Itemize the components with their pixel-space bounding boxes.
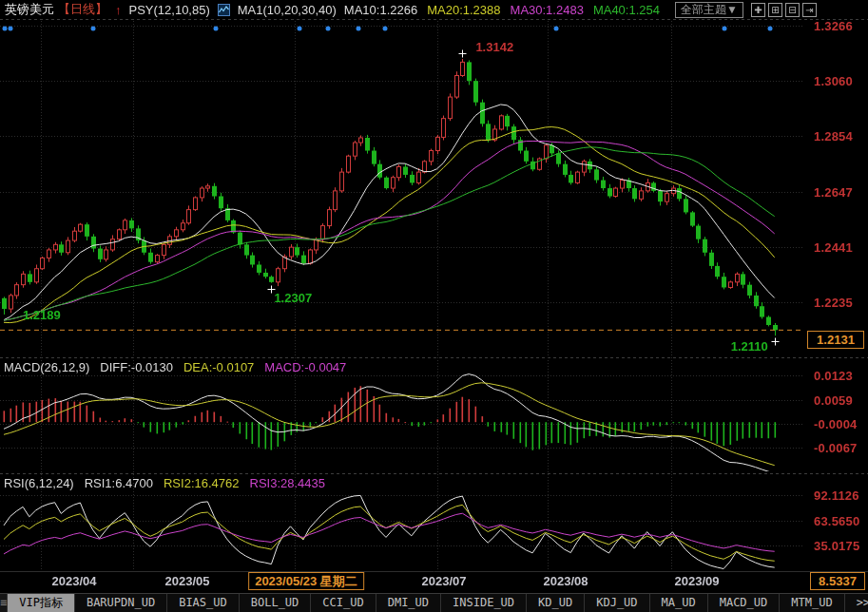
macd-dea-value: DEA:-0.0107 [183,360,254,374]
ma-values: MA10:1.2266MA20:1.2388MA30:1.2483MA40:1.… [344,3,660,17]
macd-hist-value: MACD:-0.0047 [264,360,346,374]
up-arrow-icon: ↑ [115,3,122,17]
rsi-axis-label: 35.0175 [814,539,859,553]
rsi-header: RSI(6,12,24) RSI1:6.4700 RSI2:16.4762 RS… [4,476,325,490]
chart-canvas[interactable] [0,0,868,593]
price-axis-label: 1.2647 [814,185,853,200]
price-axis-label: 1.2235 [814,296,853,310]
macd-axis-label: -0.0067 [814,441,858,455]
move-tool-icon[interactable]: ✚ [751,3,765,17]
date-axis-label: 2023/08 [544,574,588,588]
extreme-value-annotation: 1.2110 [731,339,768,354]
price-axis-label: 1.3060 [814,74,853,88]
tab-mtm-ud[interactable]: MTM_UD [780,594,844,612]
date-axis-label: 2023/09 [675,574,720,588]
tab-barupdn-ud[interactable]: BARUPDN_UD [75,594,167,612]
ma-group-label: MA1(10,20,30,40) [238,3,337,17]
psy-indicator-label: PSY(12,10,85) [129,3,210,17]
tab-dmi-ud[interactable]: DMI_UD [376,594,441,612]
crosshair-date-box: 2023/05/23 星期二 [248,572,364,590]
indicator-tabs: VIP指标BARUPDN_UDBIAS_UDBOLL_UDCCI_UDDMI_U… [8,594,868,612]
tab-ma-ud[interactable]: MA_UD [650,594,708,612]
macd-axis-label: 0.0059 [814,393,853,408]
date-axis-label: 2023/05 [165,574,210,588]
zoom-chart-icon[interactable]: ⊟ [785,3,800,17]
indicator-chart-icon [218,4,230,16]
scale-axis-icon[interactable]: ⊞ [768,3,782,17]
price-axis-label: 1.2854 [814,129,853,143]
tab-scroll-icon[interactable]: ≡ [0,594,8,612]
indicator-tabbar: ≡ VIP指标BARUPDN_UDBIAS_UDBOLL_UDCCI_UDDMI… [0,593,868,612]
extreme-value-annotation: 1.3142 [475,40,513,54]
macd-header: MACD(26,12,9) DIFF:-0.0130 DEA:-0.0107 M… [4,360,346,374]
macd-axis-label: -0.0004 [814,417,858,431]
date-axis-label: 2023/07 [422,574,467,588]
extreme-value-annotation: 1.2189 [23,308,61,322]
chart-toolbar: 英镑美元 【日线】 ↑ PSY(12,10,85) MA1(10,20,30,4… [0,0,868,19]
tab-macd-ud[interactable]: MACD_UD [708,594,781,612]
rsi1-value: RSI1:6.4700 [85,476,153,490]
ma-value-label: MA30:1.2483 [511,3,584,17]
rsi-params-label: RSI(6,12,24) [4,476,74,490]
popout-icon[interactable]: ⇥ [802,3,817,17]
ma-value-label: MA10:1.2266 [344,3,417,17]
price-axis-label: 1.2441 [814,240,853,255]
ma-value-label: MA40:1.254 [593,3,660,17]
theme-dropdown[interactable]: 全部主题▼ [675,2,743,18]
ma-value-label: MA20:1.2388 [427,3,500,17]
tab-bias-ud[interactable]: BIAS_UD [167,594,240,612]
period-label: 【日线】 [58,1,107,18]
symbol-name: 英镑美元 [5,1,54,18]
rsi2-value: RSI2:16.4762 [164,476,240,490]
rsi3-value: RSI3:28.4435 [250,476,326,490]
rsi-axis-label: 63.5650 [814,514,859,528]
tab-kdj-ud[interactable]: KDJ_UD [585,594,649,612]
tab-boll-ud[interactable]: BOLL_UD [240,594,312,612]
tab-vip-[interactable]: VIP指标 [8,594,75,612]
rsi-axis-label: 92.1126 [814,488,859,503]
macd-axis-label: 0.0123 [814,369,853,383]
tab-inside-ud[interactable]: INSIDE_UD [441,594,527,612]
tab-kd-ud[interactable]: KD_UD [527,594,585,612]
date-axis-label: 2023/04 [52,574,97,588]
rsi-bottom-value-box: 8.5337 [810,572,865,590]
tab-cci-ud[interactable]: CCI_UD [311,594,376,612]
macd-diff-value: DIFF:-0.0130 [100,360,173,374]
price-axis-label: 1.3266 [814,19,853,33]
extreme-value-annotation: 1.2307 [274,291,312,305]
current-price-box: 1.2131 [807,331,864,349]
macd-params-label: MACD(26,12,9) [4,360,89,374]
toolbar-buttons: ✚⊞⊟⇥ [751,3,817,17]
trading-app-window: 英镑美元 【日线】 ↑ PSY(12,10,85) MA1(10,20,30,4… [0,0,868,612]
tab-more[interactable]: >> [845,594,868,612]
